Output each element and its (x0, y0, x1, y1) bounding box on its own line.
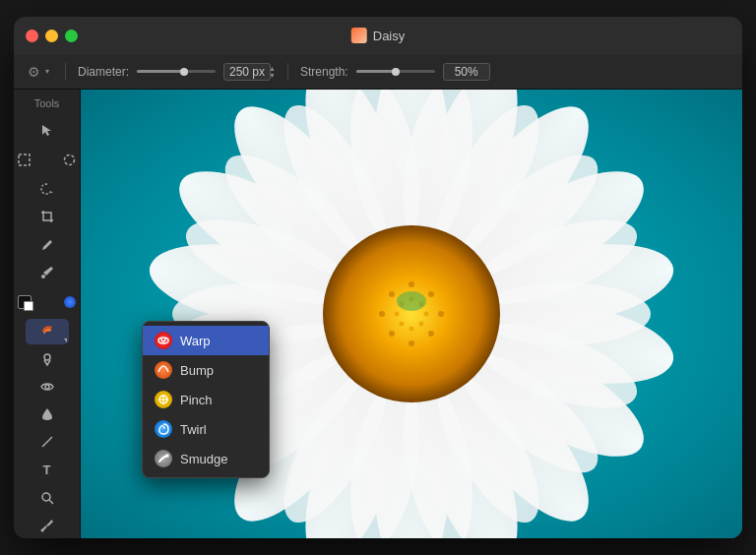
menu-item-bump-label: Bump (180, 363, 214, 378)
menu-item-smudge-label: Smudge (180, 452, 227, 466)
toolbar-settings: ⚙ ▾ (24, 62, 53, 82)
svg-rect-0 (19, 154, 30, 165)
svg-point-52 (428, 291, 434, 297)
strength-value: 50% (443, 63, 490, 81)
tool-lasso[interactable] (26, 176, 69, 202)
toolbar-divider-1 (65, 63, 66, 81)
svg-point-66 (397, 291, 426, 311)
bump-icon (155, 361, 172, 379)
tool-text[interactable]: T (26, 458, 69, 483)
tool-crop[interactable] (26, 204, 69, 229)
svg-line-6 (42, 437, 52, 447)
context-menu: Warp Bump Pinch (142, 321, 270, 478)
svg-point-64 (400, 322, 405, 327)
tool-distort[interactable] (26, 319, 69, 344)
close-button[interactable] (26, 30, 38, 42)
warp-icon (155, 332, 172, 349)
settings-dropdown[interactable]: ⚙ ▾ (24, 62, 53, 82)
menu-item-twirl-label: Twirl (180, 422, 207, 437)
menu-item-pinch-label: Pinch (180, 393, 213, 407)
minimize-button[interactable] (45, 30, 58, 42)
tool-marquee-rect[interactable] (14, 145, 46, 174)
app-icon (351, 28, 367, 43)
tool-clone[interactable] (26, 346, 69, 372)
pinch-icon (155, 391, 172, 408)
svg-point-63 (410, 327, 414, 332)
menu-item-pinch[interactable]: Pinch (143, 385, 269, 414)
svg-line-8 (49, 500, 53, 504)
sidebar: Tools (14, 90, 81, 538)
svg-point-55 (409, 340, 414, 346)
menu-item-warp[interactable]: Warp (143, 326, 269, 355)
twirl-icon (155, 420, 172, 438)
svg-point-65 (395, 312, 400, 317)
sidebar-title: Tools (34, 97, 60, 109)
color-swatches (14, 287, 92, 317)
diameter-slider[interactable] (137, 70, 216, 73)
strength-label: Strength: (300, 65, 348, 79)
main-content: Tools (14, 90, 742, 538)
tool-eyedropper[interactable] (26, 513, 69, 538)
svg-point-56 (389, 331, 395, 337)
gear-icon: ⚙ (28, 64, 40, 80)
tool-group-marquee (14, 145, 92, 174)
window-title-area: Daisy (351, 28, 406, 43)
svg-point-49 (323, 225, 500, 402)
diameter-label: Diameter: (78, 65, 129, 79)
svg-point-10 (40, 528, 43, 531)
tool-pen[interactable] (26, 231, 69, 257)
svg-point-4 (44, 354, 50, 360)
app-window: Daisy ⚙ ▾ Diameter: 250 px ▲ ▼ (14, 17, 742, 538)
svg-point-53 (438, 311, 444, 317)
menu-item-warp-label: Warp (180, 334, 211, 348)
tool-zoom[interactable] (26, 485, 69, 511)
smudge-icon (155, 450, 172, 467)
menu-item-twirl[interactable]: Twirl (143, 414, 269, 444)
canvas-area[interactable]: Warp Bump Pinch (81, 90, 742, 538)
tool-eye[interactable] (26, 374, 69, 400)
diameter-value[interactable]: 250 px (223, 63, 271, 81)
svg-point-51 (409, 281, 414, 287)
window-title: Daisy (373, 29, 406, 43)
svg-point-62 (419, 322, 424, 327)
svg-point-5 (45, 385, 49, 389)
title-bar: Daisy (14, 17, 742, 54)
toolbar: ⚙ ▾ Diameter: 250 px ▲ ▼ Strength: (14, 54, 742, 90)
tool-select[interactable] (26, 117, 69, 143)
svg-point-61 (424, 312, 429, 317)
tool-brush[interactable] (26, 260, 69, 285)
diameter-stepper[interactable]: ▲ ▼ (269, 65, 276, 79)
strength-section: Strength: 50% (300, 63, 490, 81)
svg-point-57 (379, 311, 385, 317)
toolbar-divider-2 (287, 63, 288, 81)
maximize-button[interactable] (65, 30, 78, 42)
traffic-lights (26, 30, 78, 42)
strength-slider[interactable] (356, 70, 435, 73)
chevron-down-icon: ▾ (45, 67, 49, 76)
menu-item-bump[interactable]: Bump (143, 355, 269, 385)
svg-point-54 (428, 331, 434, 337)
svg-point-50 (389, 291, 395, 297)
svg-point-2 (41, 275, 45, 278)
svg-point-70 (165, 454, 169, 458)
svg-point-3 (64, 296, 76, 308)
tool-foreground-color[interactable] (14, 287, 46, 317)
menu-item-smudge[interactable]: Smudge (143, 444, 269, 473)
svg-point-1 (65, 154, 75, 164)
tool-dropper[interactable] (26, 401, 69, 427)
svg-point-7 (42, 493, 50, 501)
tool-line[interactable] (26, 429, 69, 455)
diameter-section: Diameter: 250 px ▲ ▼ (78, 63, 276, 81)
